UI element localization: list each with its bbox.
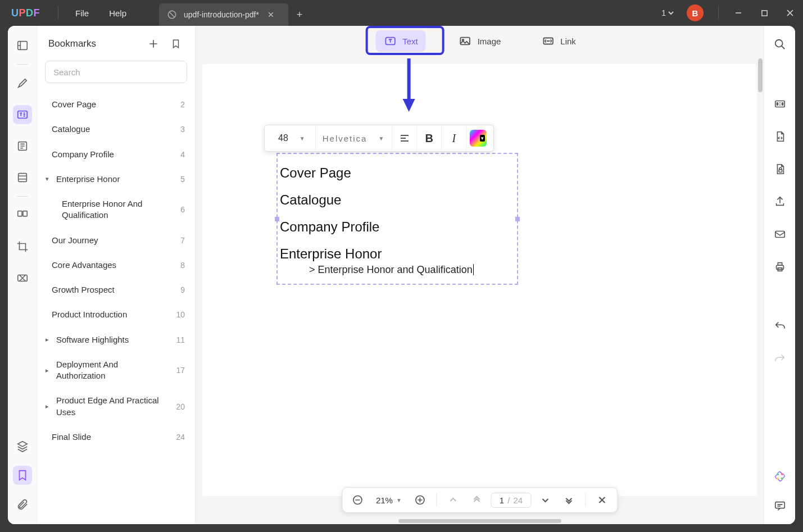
document-tab[interactable]: updf-introduction-pdf* bbox=[159, 3, 288, 26]
bookmark-item[interactable]: ▾Enterprise Honor5 bbox=[42, 167, 190, 192]
edit-text-tool-icon[interactable] bbox=[13, 105, 32, 124]
resize-handle-left[interactable] bbox=[275, 217, 279, 221]
chevron-right-icon[interactable]: ▸ bbox=[43, 367, 52, 374]
layers-icon[interactable] bbox=[13, 436, 32, 456]
comment-tool-icon[interactable] bbox=[13, 74, 32, 93]
zoom-level-dropdown[interactable]: 21% ▼ bbox=[371, 495, 406, 505]
svg-rect-7 bbox=[22, 211, 26, 216]
last-page-button[interactable] bbox=[559, 490, 578, 510]
bookmark-item[interactable]: ▸Software Highlights11 bbox=[42, 328, 190, 352]
edit-mode-toolbar: Text Image Link bbox=[375, 30, 584, 52]
color-picker-button[interactable] bbox=[470, 130, 487, 147]
bookmark-item[interactable]: Final Slide24 bbox=[42, 425, 190, 449]
svg-rect-18 bbox=[775, 231, 784, 238]
svg-rect-3 bbox=[17, 111, 27, 119]
bookmark-item[interactable]: Enterprise Honor And Qualification6 bbox=[42, 192, 190, 228]
bookmark-label: Product Edge And Practical Uses bbox=[56, 395, 167, 418]
print-icon[interactable] bbox=[772, 258, 788, 275]
minimize-button[interactable] bbox=[725, 0, 751, 26]
text-subline[interactable]: > Enterprise Honor and Qualification bbox=[280, 263, 515, 278]
user-avatar[interactable]: B bbox=[687, 4, 704, 21]
bookmark-item[interactable]: Catalogue3 bbox=[42, 117, 190, 142]
bookmark-label: Growth Prospect bbox=[52, 284, 167, 295]
page-surface[interactable]: 48▼ Helvetica▼ B I Cover Page Catalogue … bbox=[202, 64, 757, 496]
ocr-icon[interactable] bbox=[772, 96, 788, 112]
close-icon[interactable] bbox=[266, 10, 276, 20]
bold-button[interactable]: B bbox=[417, 125, 442, 151]
vertical-scrollbar[interactable] bbox=[758, 58, 763, 92]
convert-icon[interactable] bbox=[772, 128, 788, 145]
left-tool-rail bbox=[8, 26, 37, 524]
align-left-button[interactable] bbox=[392, 125, 417, 151]
text-format-bar: 48▼ Helvetica▼ B I bbox=[264, 125, 494, 152]
text-line[interactable]: Enterprise Honor bbox=[280, 240, 515, 263]
bookmark-item[interactable]: Product Introduction10 bbox=[42, 302, 190, 327]
ai-assistant-icon[interactable] bbox=[772, 468, 788, 485]
zoom-out-button[interactable] bbox=[348, 490, 367, 510]
bookmark-label: Core Advantages bbox=[52, 260, 167, 271]
link-tool-button[interactable]: Link bbox=[533, 30, 584, 52]
page-tool-icon[interactable] bbox=[13, 137, 32, 156]
first-page-button[interactable] bbox=[468, 490, 487, 510]
resize-handle-right[interactable] bbox=[515, 217, 520, 221]
close-button[interactable] bbox=[777, 0, 803, 26]
next-page-button[interactable] bbox=[536, 490, 555, 510]
comment-panel-icon[interactable] bbox=[772, 497, 788, 514]
email-icon[interactable] bbox=[772, 226, 788, 243]
menu-help[interactable]: Help bbox=[99, 0, 137, 26]
text-edit-box[interactable]: Cover Page Catalogue Company Profile Ent… bbox=[276, 153, 518, 285]
bookmark-item[interactable]: Cover Page2 bbox=[42, 92, 190, 117]
bookmark-page: 17 bbox=[171, 366, 185, 375]
bookmark-panel-icon[interactable] bbox=[13, 466, 32, 485]
organize-icon[interactable] bbox=[13, 206, 32, 225]
tab-title: updf-introduction-pdf* bbox=[184, 10, 259, 19]
horizontal-scrollbar[interactable] bbox=[398, 519, 561, 523]
bookmark-label: Catalogue bbox=[52, 124, 167, 135]
image-tool-button[interactable]: Image bbox=[451, 30, 509, 52]
page-indicator[interactable]: 1 / 24 bbox=[491, 493, 531, 508]
text-line[interactable]: Catalogue bbox=[280, 187, 515, 213]
bookmark-page: 10 bbox=[171, 310, 185, 319]
redo-icon[interactable] bbox=[772, 351, 788, 367]
text-line[interactable]: Company Profile bbox=[280, 213, 515, 240]
bookmark-label: Final Slide bbox=[52, 431, 167, 443]
chevron-right-icon[interactable]: ▸ bbox=[43, 403, 52, 410]
bookmark-item[interactable]: Core Advantages8 bbox=[42, 253, 190, 278]
close-nav-button[interactable] bbox=[592, 490, 611, 510]
add-bookmark-button[interactable] bbox=[146, 36, 161, 52]
chevron-down-icon[interactable]: ▾ bbox=[43, 175, 52, 183]
bookmark-page: 3 bbox=[171, 125, 185, 134]
prev-page-button[interactable] bbox=[444, 490, 463, 510]
bookmark-page: 8 bbox=[171, 261, 185, 270]
protect-icon[interactable] bbox=[772, 161, 788, 178]
thumbnails-icon[interactable] bbox=[13, 36, 32, 55]
chevron-right-icon[interactable]: ▸ bbox=[43, 336, 52, 343]
bookmark-item[interactable]: ▸Deployment And Authorization17 bbox=[42, 352, 190, 389]
redact-tool-icon[interactable] bbox=[13, 269, 32, 288]
italic-button[interactable]: I bbox=[442, 125, 466, 151]
window-count-badge[interactable]: 1 bbox=[657, 8, 679, 17]
form-tool-icon[interactable] bbox=[13, 168, 32, 187]
text-line[interactable]: Cover Page bbox=[280, 160, 515, 187]
bookmark-page: 5 bbox=[171, 175, 185, 184]
new-tab-button[interactable]: + bbox=[288, 3, 311, 26]
maximize-button[interactable] bbox=[751, 0, 777, 26]
attachment-icon[interactable] bbox=[13, 495, 32, 514]
search-input[interactable] bbox=[45, 61, 187, 83]
bookmark-page: 6 bbox=[171, 205, 185, 214]
zoom-in-button[interactable] bbox=[411, 490, 430, 510]
text-tool-button[interactable]: Text bbox=[375, 30, 426, 52]
crop-tool-icon[interactable] bbox=[13, 237, 32, 256]
font-size-selector[interactable]: 48▼ bbox=[268, 125, 316, 151]
font-family-selector[interactable]: Helvetica▼ bbox=[316, 125, 393, 151]
share-icon[interactable] bbox=[772, 193, 788, 210]
bookmark-page: 11 bbox=[171, 335, 185, 344]
bookmark-item[interactable]: Company Profile4 bbox=[42, 142, 190, 167]
search-icon[interactable] bbox=[772, 36, 788, 53]
bookmark-ribbon-icon[interactable] bbox=[168, 36, 184, 52]
undo-icon[interactable] bbox=[772, 318, 788, 335]
bookmark-item[interactable]: Our Journey7 bbox=[42, 228, 190, 253]
bookmark-item[interactable]: Growth Prospect9 bbox=[42, 278, 190, 302]
menu-file[interactable]: File bbox=[65, 0, 99, 26]
bookmark-item[interactable]: ▸Product Edge And Practical Uses20 bbox=[42, 388, 190, 425]
